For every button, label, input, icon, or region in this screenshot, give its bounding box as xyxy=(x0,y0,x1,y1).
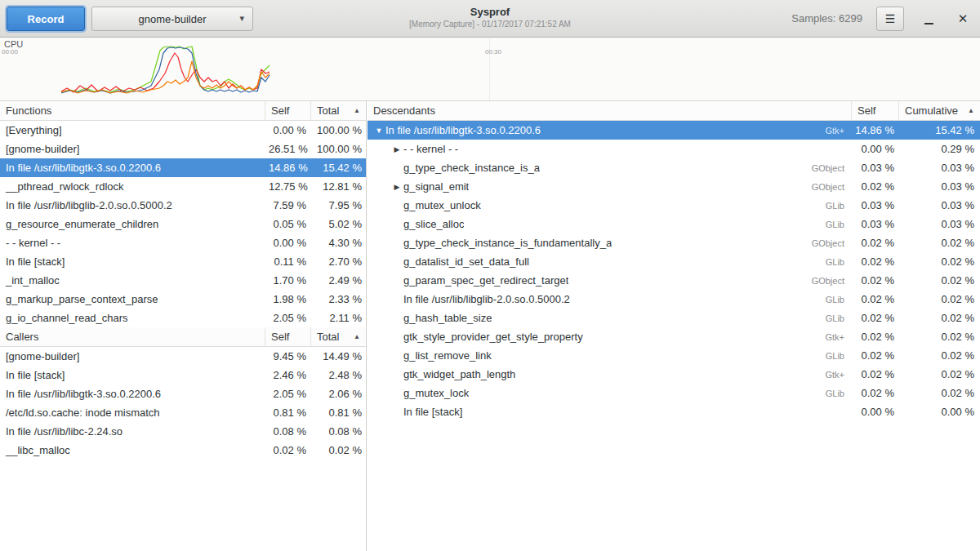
self-value: 9.45 % xyxy=(265,350,310,362)
table-row[interactable]: - - kernel - -0.00 %4.30 % xyxy=(0,233,366,252)
tree-row[interactable]: In file /usr/lib/libglib-2.0.so.0.5000.2… xyxy=(368,290,980,309)
tree-row[interactable]: ▼In file /usr/lib/libgtk-3.so.0.2200.6Gt… xyxy=(368,121,980,140)
self-value: 26.51 % xyxy=(265,143,310,155)
tree-row[interactable]: g_type_check_instance_is_fundamentally_a… xyxy=(368,233,980,252)
table-row[interactable]: __pthread_rwlock_rdlock12.75 %12.81 % xyxy=(0,177,366,196)
process-selector-label: gnome-builder xyxy=(138,13,206,25)
tree-indent xyxy=(372,318,390,318)
callers-column-header[interactable]: Callers xyxy=(0,327,265,346)
cumulative-column-header[interactable]: Cumulative ▲ xyxy=(898,101,980,120)
total-column-header[interactable]: Total ▲ xyxy=(310,327,366,346)
tree-row[interactable]: g_hash_table_sizeGLib0.02 %0.02 % xyxy=(368,309,980,327)
expander-closed-icon[interactable]: ▶ xyxy=(390,183,403,191)
function-name: - - kernel - - xyxy=(403,143,458,155)
expander-open-icon[interactable]: ▼ xyxy=(372,127,385,135)
function-name: __libc_malloc xyxy=(0,444,265,456)
table-row[interactable]: In file [stack]0.11 %2.70 % xyxy=(0,252,366,271)
table-row[interactable]: In file [stack]2.46 %2.48 % xyxy=(0,366,366,384)
record-button[interactable]: Record xyxy=(7,7,85,31)
tree-row[interactable]: g_mutex_lockGLib0.02 %0.02 % xyxy=(368,384,980,402)
total-value: 2.70 % xyxy=(310,256,366,268)
self-value: 0.02 % xyxy=(851,293,898,305)
function-name: g_signal_emit xyxy=(403,180,469,193)
cumulative-value: 0.02 % xyxy=(898,331,980,343)
tree-row[interactable]: gtk_style_provider_get_style_propertyGtk… xyxy=(368,327,980,346)
self-value: 0.02 % xyxy=(851,274,898,287)
table-row[interactable]: In file /usr/lib/libc-2.24.so0.08 %0.08 … xyxy=(0,422,366,441)
tree-row[interactable]: g_param_spec_get_redirect_targetGObject0… xyxy=(368,271,980,290)
tree-row[interactable]: gtk_widget_path_lengthGtk+0.02 %0.02 % xyxy=(368,365,980,384)
function-name: gtk_style_provider_get_style_property xyxy=(403,331,583,343)
function-name: [gnome-builder] xyxy=(0,143,265,155)
function-name: g_markup_parse_context_parse xyxy=(0,293,265,305)
total-value: 4.30 % xyxy=(310,237,366,249)
total-value: 2.48 % xyxy=(310,369,366,381)
function-name: _int_malloc xyxy=(0,274,265,287)
cumulative-value: 0.02 % xyxy=(898,387,980,399)
tree-row[interactable]: g_mutex_unlockGLib0.03 %0.03 % xyxy=(368,196,980,215)
self-value: 0.02 % xyxy=(851,368,898,380)
library-tag: GLib xyxy=(826,257,851,267)
tree-row[interactable]: ▶g_signal_emitGObject0.02 %0.03 % xyxy=(368,177,980,196)
table-row[interactable]: [gnome-builder]26.51 %100.00 % xyxy=(0,140,366,158)
table-row[interactable]: In file /usr/lib/libgtk-3.so.0.2200.62.0… xyxy=(0,384,366,403)
self-value: 12.75 % xyxy=(265,180,310,193)
table-row[interactable]: [Everything]0.00 %100.00 % xyxy=(0,121,366,140)
minimize-button[interactable] xyxy=(918,7,939,31)
tree-row[interactable]: g_slice_allocGLib0.03 %0.03 % xyxy=(368,215,980,233)
function-name: In file /usr/lib/libgtk-3.so.0.2200.6 xyxy=(0,388,265,400)
library-tag: Gtk+ xyxy=(825,332,851,342)
tree-row[interactable]: ▶- - kernel - -0.00 %0.29 % xyxy=(368,140,980,158)
sort-indicator-icon: ▲ xyxy=(350,333,360,340)
minimize-icon xyxy=(924,23,933,24)
self-column-header[interactable]: Self xyxy=(265,327,310,346)
callers-body: [gnome-builder]9.45 %14.49 %In file [sta… xyxy=(0,347,366,460)
self-column-header[interactable]: Self xyxy=(265,101,310,120)
function-name: [gnome-builder] xyxy=(0,350,265,362)
table-row[interactable]: /etc/ld.so.cache: inode mismatch0.81 %0.… xyxy=(0,403,366,422)
tree-row[interactable]: g_list_remove_linkGLib0.02 %0.02 % xyxy=(368,346,980,365)
table-row[interactable]: In file /usr/lib/libglib-2.0.so.0.5000.2… xyxy=(0,196,366,215)
process-selector-dropdown[interactable]: gnome-builder ▾ xyxy=(91,7,253,31)
functions-column-header[interactable]: Functions xyxy=(0,101,265,120)
self-value: 0.02 % xyxy=(851,387,898,399)
table-row[interactable]: g_resource_enumerate_children0.05 %5.02 … xyxy=(0,215,366,233)
functions-header-row: Functions Self Total ▲ xyxy=(0,101,366,121)
hamburger-icon: ☰ xyxy=(885,12,896,25)
function-name: g_type_check_instance_is_a xyxy=(403,162,540,174)
descendants-column-header[interactable]: Descendants xyxy=(368,101,851,120)
total-value: 0.02 % xyxy=(310,444,366,456)
table-row[interactable]: g_markup_parse_context_parse1.98 %2.33 % xyxy=(0,290,366,309)
cumulative-value: 0.00 % xyxy=(898,406,980,418)
menu-button[interactable]: ☰ xyxy=(876,7,904,31)
total-value: 0.08 % xyxy=(310,425,366,438)
tree-row[interactable]: In file [stack]0.00 %0.00 % xyxy=(368,402,980,421)
library-tag: Gtk+ xyxy=(825,126,851,136)
total-value: 15.42 % xyxy=(310,162,366,174)
expander-closed-icon[interactable]: ▶ xyxy=(390,145,403,153)
total-value: 2.49 % xyxy=(310,274,366,287)
library-tag: GLib xyxy=(826,313,851,323)
self-value: 14.86 % xyxy=(851,124,898,136)
table-row[interactable]: g_io_channel_read_chars2.05 %2.11 % xyxy=(0,309,366,327)
function-name: g_hash_table_size xyxy=(403,312,492,324)
tree-row[interactable]: g_type_check_instance_is_aGObject0.03 %0… xyxy=(368,158,980,177)
self-column-header[interactable]: Self xyxy=(851,101,898,120)
tree-indent xyxy=(372,411,390,412)
library-tag: GLib xyxy=(826,389,851,398)
self-value: 0.03 % xyxy=(851,218,898,230)
cpu-usage-chart[interactable] xyxy=(0,38,980,101)
total-column-header[interactable]: Total ▲ xyxy=(310,101,366,120)
table-row[interactable]: In file /usr/lib/libgtk-3.so.0.2200.614.… xyxy=(0,158,366,177)
cumulative-value: 0.02 % xyxy=(898,274,980,287)
table-row[interactable]: [gnome-builder]9.45 %14.49 % xyxy=(0,347,366,366)
tree-row[interactable]: g_datalist_id_set_data_fullGLib0.02 %0.0… xyxy=(368,252,980,271)
total-column-label: Total xyxy=(317,104,339,117)
table-row[interactable]: _int_malloc1.70 %2.49 % xyxy=(0,271,366,290)
table-row[interactable]: __libc_malloc0.02 %0.02 % xyxy=(0,441,366,460)
close-button[interactable]: ✕ xyxy=(952,7,973,31)
self-value: 1.98 % xyxy=(265,293,310,305)
cpu-timeline[interactable]: CPU 00:00 00:30 xyxy=(0,38,980,101)
cumulative-column-label: Cumulative xyxy=(905,104,958,117)
tree-indent xyxy=(372,374,390,375)
